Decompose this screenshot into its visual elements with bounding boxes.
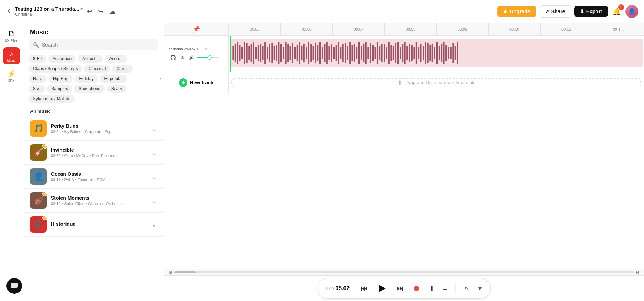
music-expand-icon-invincible[interactable]: ⌄	[151, 149, 157, 156]
music-expand-icon-ocean-oasis[interactable]: ⌄	[151, 173, 157, 180]
tag-classical[interactable]: Classical	[84, 65, 110, 73]
undo-button[interactable]: ↩	[86, 6, 94, 17]
tag-acoustic[interactable]: Acoustic	[78, 55, 103, 63]
sfx-icon: ⚡	[7, 69, 16, 78]
play-triangle-icon	[379, 285, 386, 292]
zoom-out-button[interactable]: ⊕	[167, 270, 174, 275]
tags-row-1: 8-Bit Accordion Acoustic Acou...	[23, 55, 164, 63]
svg-rect-36	[315, 43, 316, 63]
tags-row-3: Harp Hip Hop Holiday Hopeful... ›	[23, 75, 164, 83]
svg-rect-71	[395, 43, 396, 63]
search-input[interactable]	[42, 42, 154, 48]
svg-rect-97	[455, 46, 456, 60]
timeline-header: 📌 00:05 00:06 00:07 00:08 00:09 00:10 00…	[164, 23, 644, 36]
tags-row-5: Xylophone / Mallets	[23, 95, 164, 103]
svg-rect-55	[358, 42, 360, 64]
new-track-button[interactable]: + New track	[179, 78, 213, 87]
title-chevron-icon[interactable]: ▾	[80, 6, 83, 11]
transport-inner: 0:00:05.02 ⏮ ⏭ ⏺ ⬆ ≡ ↖ ▾	[318, 278, 491, 299]
svg-rect-5	[244, 42, 245, 64]
tag-hiphop[interactable]: Hip Hop	[49, 75, 73, 83]
music-item-historique[interactable]: 🎼 ★ Historique ⌄	[23, 213, 164, 237]
tag-accordion[interactable]: Accordion	[48, 55, 76, 63]
record-button[interactable]: ⏺	[411, 282, 422, 295]
track-more-icon-1[interactable]: ⋯	[219, 46, 224, 52]
sidebar-item-sfx[interactable]: ⚡ SFX	[3, 67, 20, 84]
track-edit-icon-1[interactable]: ✏	[205, 47, 208, 52]
zoom-in-button[interactable]: ⊖	[634, 270, 641, 275]
music-item-perky-buns[interactable]: 🎵 Perky Buns 02:04 • Ivy Bakes • Corpora…	[23, 117, 164, 141]
avatar[interactable]: 👤	[625, 5, 638, 18]
music-meta-perky-buns: 02:04 • Ivy Bakes • Corporate, Pop	[51, 130, 147, 134]
svg-rect-33	[308, 42, 309, 64]
svg-rect-48	[342, 44, 344, 62]
queue-button[interactable]: ≡	[441, 283, 448, 293]
tag-saxophone[interactable]: Saxophone	[74, 85, 105, 93]
svg-rect-35	[313, 46, 314, 60]
music-item-invincible[interactable]: 🎸 ★ Invincible 02:50 • Grace McCoy • Pop…	[23, 141, 164, 165]
tag-xylophone[interactable]: Xylophone / Mallets	[29, 95, 75, 103]
svg-rect-10	[255, 47, 257, 59]
tag-holiday[interactable]: Holiday	[75, 75, 98, 83]
scrollbar-track[interactable]	[174, 271, 634, 273]
topbar: Testing 123 on a Thursda... ▾ Christina …	[0, 0, 644, 23]
svg-rect-64	[379, 46, 380, 60]
play-button[interactable]	[375, 281, 390, 296]
timeline-mark-005: 00:05	[229, 23, 280, 35]
share-icon: ↗	[545, 9, 549, 14]
tag-hopeful[interactable]: Hopeful...	[100, 75, 127, 83]
back-button[interactable]	[6, 8, 12, 15]
rewind-button[interactable]: ⏮	[360, 283, 370, 294]
scrollbar-thumb[interactable]	[174, 271, 196, 273]
track-volume-slider-1[interactable]	[197, 57, 219, 58]
tags-expand-button[interactable]: ›	[158, 75, 162, 83]
upgrade-button[interactable]: ★ Upgrade	[497, 6, 536, 17]
tag-harp[interactable]: Harp	[29, 75, 47, 83]
svg-rect-2	[237, 42, 238, 64]
drop-zone[interactable]: ⬆ Drag and Drop here or choose file	[231, 78, 641, 87]
timeline-mark-012: 00:1...	[592, 23, 644, 35]
transport-more-button[interactable]: ▾	[477, 283, 483, 294]
svg-rect-94	[448, 47, 449, 59]
track-snowflake-btn-1[interactable]: ❄	[179, 54, 186, 61]
tag-clas-more[interactable]: Clas...	[112, 65, 133, 73]
music-item-ocean-oasis[interactable]: 👤 Ocean Oasis 03:17 • PALA • Electronic,…	[23, 165, 164, 189]
track-headphones-btn-1[interactable]: 🎧	[169, 54, 177, 61]
waveform-block-1[interactable]	[230, 39, 643, 67]
music-item-stolen-moments[interactable]: 🎻 ★ Stolen Moments 02:12 • Salon Dijon •…	[23, 189, 164, 213]
music-expand-icon-perky-buns[interactable]: ⌄	[151, 125, 157, 132]
tag-8bit[interactable]: 8-Bit	[29, 55, 46, 63]
project-info: Testing 123 on a Thursda... ▾ Christina	[15, 6, 83, 17]
timeline-header-left: 📌	[164, 23, 229, 35]
tag-claps[interactable]: Claps / Snaps / Stomps	[29, 65, 82, 73]
svg-rect-49	[345, 43, 346, 63]
svg-rect-47	[340, 47, 341, 59]
chat-bubble-button[interactable]	[6, 278, 22, 294]
share-button[interactable]: ↗ Share	[539, 5, 571, 18]
tag-sad[interactable]: Sad	[29, 85, 45, 93]
svg-rect-3	[239, 45, 241, 61]
redo-button[interactable]: ↪	[97, 6, 105, 17]
music-expand-icon-stolen-moments[interactable]: ⌄	[151, 196, 157, 204]
tag-scary[interactable]: Scary	[107, 85, 127, 93]
export-button[interactable]: ⬇ Export	[574, 6, 608, 17]
music-expand-icon-historique[interactable]: ⌄	[151, 220, 157, 228]
editor-area: 📌 00:05 00:06 00:07 00:08 00:09 00:10 00…	[164, 23, 644, 301]
tag-samples[interactable]: Samples	[47, 85, 72, 93]
track-name-1: christina.gwira-10...	[169, 47, 203, 51]
all-music-label: All music	[23, 107, 164, 117]
svg-rect-50	[347, 46, 348, 60]
sidebar-item-music[interactable]: ♪ Music	[3, 47, 20, 64]
svg-rect-30	[301, 46, 303, 60]
cursor-button[interactable]: ↖	[463, 283, 471, 294]
svg-rect-28	[297, 45, 298, 61]
plus-circle-icon: +	[179, 78, 187, 87]
upload-button[interactable]: ⬆	[428, 283, 436, 294]
timeline-mark-011: 00:11	[540, 23, 592, 35]
cloud-save-button[interactable]: ☁	[108, 6, 117, 17]
svg-rect-38	[319, 42, 321, 64]
tag-acou-more[interactable]: Acou...	[105, 55, 127, 63]
fast-forward-button[interactable]: ⏭	[395, 283, 405, 294]
sidebar-item-my-files[interactable]: 🗋 My Files	[3, 27, 20, 44]
svg-rect-41	[326, 42, 328, 64]
